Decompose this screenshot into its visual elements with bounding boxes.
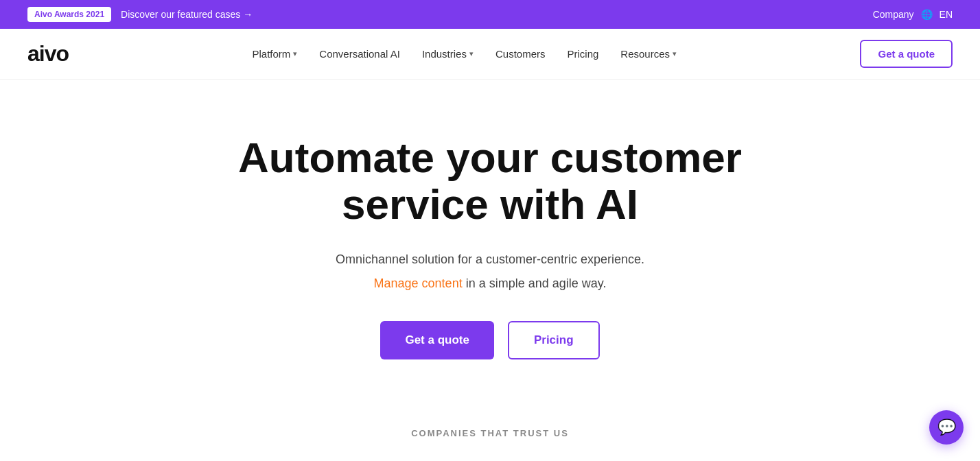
company-label[interactable]: Company <box>873 9 914 20</box>
nav-link-industries[interactable]: Industries ▾ <box>422 48 474 60</box>
banner-left: Aivo Awards 2021 Discover our featured c… <box>27 7 253 22</box>
nav-item-pricing[interactable]: Pricing <box>567 48 598 60</box>
nav-link-customers[interactable]: Customers <box>495 48 546 60</box>
chat-button[interactable]: 💬 <box>929 410 964 445</box>
nav-link-resources[interactable]: Resources ▾ <box>620 48 677 60</box>
hero-section: Automate your customer service with AI O… <box>0 80 980 401</box>
nav-link-conversational-ai[interactable]: Conversational AI <box>319 48 400 60</box>
discover-link[interactable]: Discover our featured cases → <box>121 9 253 20</box>
nav-link-pricing[interactable]: Pricing <box>567 48 598 60</box>
logo[interactable]: aivo <box>27 41 69 67</box>
companies-label: COMPANIES THAT TRUST US <box>27 428 953 438</box>
chat-icon: 💬 <box>937 418 956 436</box>
nav-item-customers[interactable]: Customers <box>495 48 546 60</box>
top-banner: Aivo Awards 2021 Discover our featured c… <box>0 0 980 29</box>
hero-pricing-button[interactable]: Pricing <box>508 321 600 359</box>
logo-text: aivo <box>27 41 69 66</box>
hero-subtext1: Omnichannel solution for a customer-cent… <box>27 250 953 270</box>
lang-label[interactable]: EN <box>940 9 953 20</box>
hero-subtext2-highlight: Manage content <box>374 276 463 290</box>
chevron-down-icon: ▾ <box>673 49 677 58</box>
globe-icon: 🌐 <box>921 9 933 20</box>
hero-buttons: Get a quote Pricing <box>27 321 953 359</box>
chevron-down-icon: ▾ <box>293 49 297 58</box>
awards-badge[interactable]: Aivo Awards 2021 <box>27 7 111 22</box>
chevron-down-icon: ▾ <box>469 49 474 58</box>
nav-link-platform[interactable]: Platform ▾ <box>252 48 297 60</box>
nav-item-conversational-ai[interactable]: Conversational AI <box>319 48 400 60</box>
navbar: aivo Platform ▾ Conversational AI Indust… <box>0 29 980 80</box>
nav-links: Platform ▾ Conversational AI Industries … <box>252 48 677 60</box>
nav-item-industries[interactable]: Industries ▾ <box>422 48 474 60</box>
nav-item-resources[interactable]: Resources ▾ <box>620 48 677 60</box>
nav-item-platform[interactable]: Platform ▾ <box>252 48 297 60</box>
hero-get-quote-button[interactable]: Get a quote <box>380 321 494 359</box>
companies-section: COMPANIES THAT TRUST US ADT M movistar c… <box>0 401 980 461</box>
nav-get-quote-button[interactable]: Get a quote <box>860 40 953 68</box>
banner-right: Company 🌐 EN <box>873 9 953 20</box>
hero-heading: Automate your customer service with AI <box>181 134 799 228</box>
hero-subtext2: Manage content in a simple and agile way… <box>27 274 953 294</box>
